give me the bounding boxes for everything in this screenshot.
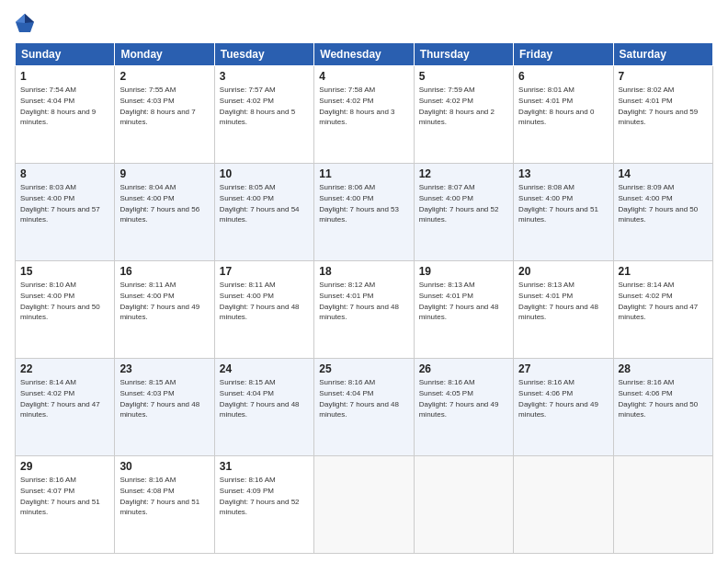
day-info: Sunrise: 8:16 AMSunset: 4:09 PMDaylight:… — [220, 476, 300, 516]
calendar-body: 1Sunrise: 7:54 AMSunset: 4:04 PMDaylight… — [16, 66, 713, 554]
day-number: 31 — [220, 460, 309, 473]
day-number: 12 — [419, 167, 508, 180]
day-number: 11 — [319, 167, 408, 180]
calendar-cell — [414, 456, 513, 554]
day-number: 24 — [220, 362, 309, 375]
day-info: Sunrise: 8:03 AMSunset: 4:00 PMDaylight:… — [20, 183, 100, 224]
day-number: 23 — [119, 362, 209, 375]
day-info: Sunrise: 8:04 AMSunset: 4:00 PMDaylight:… — [119, 183, 199, 224]
calendar-week-5: 29Sunrise: 8:16 AMSunset: 4:07 PMDayligh… — [16, 456, 713, 554]
day-info: Sunrise: 8:16 AMSunset: 4:04 PMDaylight:… — [319, 378, 399, 419]
day-info: Sunrise: 8:16 AMSunset: 4:06 PMDaylight:… — [619, 378, 699, 419]
day-info: Sunrise: 7:59 AMSunset: 4:02 PMDaylight:… — [419, 86, 495, 126]
day-number: 26 — [419, 362, 508, 375]
day-number: 3 — [220, 70, 309, 83]
calendar-cell: 3Sunrise: 7:57 AMSunset: 4:02 PMDaylight… — [214, 66, 313, 164]
day-number: 14 — [619, 167, 708, 180]
calendar-cell: 20Sunrise: 8:13 AMSunset: 4:01 PMDayligh… — [514, 261, 613, 359]
svg-marker-1 — [25, 14, 34, 23]
day-number: 18 — [319, 265, 408, 278]
calendar-cell: 7Sunrise: 8:02 AMSunset: 4:01 PMDaylight… — [613, 66, 712, 164]
day-info: Sunrise: 7:54 AMSunset: 4:04 PMDaylight:… — [20, 86, 96, 126]
weekday-header-wednesday: Wednesday — [314, 43, 414, 66]
day-info: Sunrise: 8:10 AMSunset: 4:00 PMDaylight:… — [20, 281, 100, 321]
day-number: 2 — [119, 70, 209, 83]
calendar-cell: 11Sunrise: 8:06 AMSunset: 4:00 PMDayligh… — [314, 164, 414, 261]
weekday-header-monday: Monday — [115, 43, 214, 66]
calendar-week-2: 8Sunrise: 8:03 AMSunset: 4:00 PMDaylight… — [16, 164, 713, 261]
calendar-cell: 29Sunrise: 8:16 AMSunset: 4:07 PMDayligh… — [16, 456, 115, 554]
calendar-cell: 24Sunrise: 8:15 AMSunset: 4:04 PMDayligh… — [214, 359, 313, 456]
day-number: 16 — [119, 265, 209, 278]
day-info: Sunrise: 8:07 AMSunset: 4:00 PMDaylight:… — [419, 183, 499, 224]
calendar-cell: 8Sunrise: 8:03 AMSunset: 4:00 PMDaylight… — [16, 164, 115, 261]
day-number: 29 — [20, 460, 109, 473]
day-info: Sunrise: 8:05 AMSunset: 4:00 PMDaylight:… — [220, 183, 300, 224]
day-info: Sunrise: 8:15 AMSunset: 4:03 PMDaylight:… — [119, 378, 199, 419]
calendar-cell: 19Sunrise: 8:13 AMSunset: 4:01 PMDayligh… — [414, 261, 513, 359]
day-info: Sunrise: 8:14 AMSunset: 4:02 PMDaylight:… — [619, 281, 699, 321]
day-number: 7 — [619, 70, 708, 83]
calendar-cell — [514, 456, 613, 554]
day-number: 10 — [220, 167, 309, 180]
day-number: 9 — [119, 167, 209, 180]
calendar-cell: 9Sunrise: 8:04 AMSunset: 4:00 PMDaylight… — [115, 164, 214, 261]
day-info: Sunrise: 8:11 AMSunset: 4:00 PMDaylight:… — [220, 281, 300, 321]
logo — [15, 13, 37, 33]
day-number: 8 — [20, 167, 109, 180]
calendar-cell: 2Sunrise: 7:55 AMSunset: 4:03 PMDaylight… — [115, 66, 214, 164]
day-number: 30 — [119, 460, 209, 473]
page: SundayMondayTuesdayWednesdayThursdayFrid… — [0, 0, 728, 563]
day-number: 15 — [20, 265, 109, 278]
calendar-cell: 6Sunrise: 8:01 AMSunset: 4:01 PMDaylight… — [514, 66, 613, 164]
day-info: Sunrise: 8:16 AMSunset: 4:05 PMDaylight:… — [419, 378, 499, 419]
day-info: Sunrise: 8:02 AMSunset: 4:01 PMDaylight:… — [619, 86, 699, 126]
calendar-cell: 31Sunrise: 8:16 AMSunset: 4:09 PMDayligh… — [214, 456, 313, 554]
weekday-header-tuesday: Tuesday — [214, 43, 313, 66]
day-number: 13 — [518, 167, 608, 180]
calendar-cell: 10Sunrise: 8:05 AMSunset: 4:00 PMDayligh… — [214, 164, 313, 261]
day-info: Sunrise: 8:13 AMSunset: 4:01 PMDaylight:… — [419, 281, 499, 321]
calendar-cell — [613, 456, 712, 554]
weekday-header-thursday: Thursday — [414, 43, 513, 66]
calendar-cell: 13Sunrise: 8:08 AMSunset: 4:00 PMDayligh… — [514, 164, 613, 261]
calendar-cell: 15Sunrise: 8:10 AMSunset: 4:00 PMDayligh… — [16, 261, 115, 359]
calendar-cell: 25Sunrise: 8:16 AMSunset: 4:04 PMDayligh… — [314, 359, 414, 456]
day-info: Sunrise: 8:12 AMSunset: 4:01 PMDaylight:… — [319, 281, 399, 321]
logo-icon — [15, 13, 35, 33]
day-number: 28 — [619, 362, 708, 375]
calendar-cell: 5Sunrise: 7:59 AMSunset: 4:02 PMDaylight… — [414, 66, 513, 164]
calendar-cell — [314, 456, 414, 554]
day-info: Sunrise: 8:11 AMSunset: 4:00 PMDaylight:… — [119, 281, 199, 321]
day-number: 25 — [319, 362, 408, 375]
calendar-cell: 18Sunrise: 8:12 AMSunset: 4:01 PMDayligh… — [314, 261, 414, 359]
day-info: Sunrise: 8:16 AMSunset: 4:06 PMDaylight:… — [518, 378, 598, 419]
calendar-cell: 17Sunrise: 8:11 AMSunset: 4:00 PMDayligh… — [214, 261, 313, 359]
calendar-cell: 23Sunrise: 8:15 AMSunset: 4:03 PMDayligh… — [115, 359, 214, 456]
day-info: Sunrise: 7:57 AMSunset: 4:02 PMDaylight:… — [220, 86, 295, 126]
day-info: Sunrise: 8:01 AMSunset: 4:01 PMDaylight:… — [518, 86, 594, 126]
day-number: 5 — [419, 70, 508, 83]
day-number: 6 — [518, 70, 608, 83]
day-number: 22 — [20, 362, 109, 375]
day-number: 1 — [20, 70, 109, 83]
calendar-week-1: 1Sunrise: 7:54 AMSunset: 4:04 PMDaylight… — [16, 66, 713, 164]
day-info: Sunrise: 8:13 AMSunset: 4:01 PMDaylight:… — [518, 281, 598, 321]
day-info: Sunrise: 8:16 AMSunset: 4:07 PMDaylight:… — [20, 476, 100, 516]
calendar-cell: 1Sunrise: 7:54 AMSunset: 4:04 PMDaylight… — [16, 66, 115, 164]
weekday-header-row: SundayMondayTuesdayWednesdayThursdayFrid… — [16, 43, 713, 66]
weekday-header-sunday: Sunday — [16, 43, 115, 66]
day-info: Sunrise: 7:55 AMSunset: 4:03 PMDaylight:… — [119, 86, 195, 126]
header — [15, 13, 713, 33]
weekday-header-friday: Friday — [514, 43, 613, 66]
day-number: 17 — [220, 265, 309, 278]
calendar-cell: 26Sunrise: 8:16 AMSunset: 4:05 PMDayligh… — [414, 359, 513, 456]
day-info: Sunrise: 8:08 AMSunset: 4:00 PMDaylight:… — [518, 183, 598, 224]
calendar-cell: 28Sunrise: 8:16 AMSunset: 4:06 PMDayligh… — [613, 359, 712, 456]
day-number: 19 — [419, 265, 508, 278]
day-number: 21 — [619, 265, 708, 278]
calendar-cell: 16Sunrise: 8:11 AMSunset: 4:00 PMDayligh… — [115, 261, 214, 359]
day-info: Sunrise: 8:16 AMSunset: 4:08 PMDaylight:… — [119, 476, 199, 516]
calendar-table: SundayMondayTuesdayWednesdayThursdayFrid… — [15, 42, 713, 554]
calendar-cell: 22Sunrise: 8:14 AMSunset: 4:02 PMDayligh… — [16, 359, 115, 456]
